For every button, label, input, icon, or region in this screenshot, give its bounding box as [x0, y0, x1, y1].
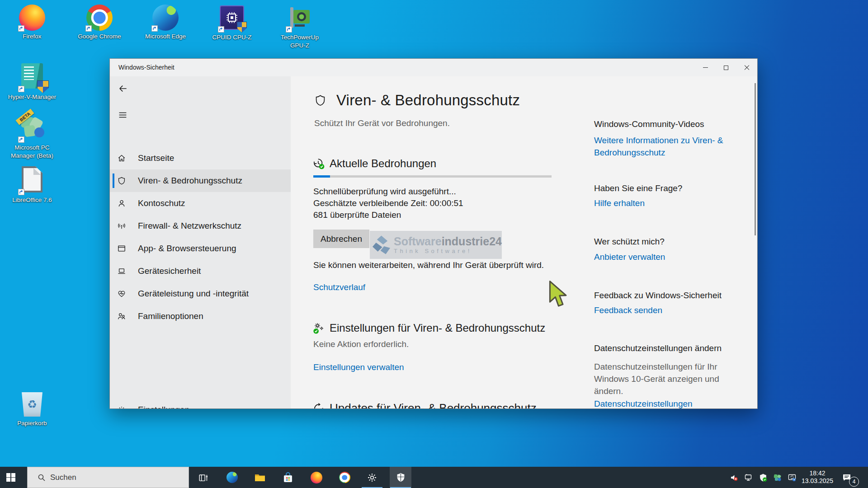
task-view-button[interactable]: [193, 467, 214, 488]
taskbar-file-explorer[interactable]: [249, 467, 271, 488]
aside-heading-privacy: Datenschutzeinstellungen ändern: [594, 343, 722, 353]
einstellungen-verwalten-link[interactable]: Einstellungen verwalten: [313, 362, 404, 372]
clock-date: 13.03.2025: [799, 477, 836, 485]
desktop-icon-cpuz[interactable]: CPUID CPU-Z: [205, 5, 259, 42]
chrome-icon: [339, 472, 350, 483]
files-scanned: 681 überprüfte Dateien: [313, 209, 463, 221]
sidebar-item-kontoschutz[interactable]: Kontoschutz: [110, 192, 291, 215]
back-button[interactable]: [118, 81, 134, 96]
scan-note: Sie können weiterarbeiten, während Ihr G…: [313, 260, 544, 270]
privacy-body: Datenschutzeinstellungen für Ihr Windows…: [594, 361, 730, 397]
taskbar-firefox[interactable]: [306, 467, 327, 488]
scan-history-icon: [312, 157, 325, 170]
sidebar-item-familienoptionen[interactable]: Familienoptionen: [110, 305, 291, 328]
shortcut-arrow-icon: [18, 25, 24, 32]
start-button[interactable]: [0, 467, 22, 488]
pc-manager-tray-icon[interactable]: [770, 467, 785, 488]
titlebar[interactable]: Windows-Sicherheit: [110, 59, 757, 76]
desktop-icon-gpuz[interactable]: TechPowerUp GPU-Z: [273, 5, 327, 50]
libreoffice-icon: [19, 166, 45, 194]
minimize-icon: [703, 67, 708, 68]
store-icon: [283, 472, 293, 483]
scan-status-line: Schnellüberprüfung wird ausgeführt...: [313, 186, 463, 197]
taskbar-chrome[interactable]: [334, 467, 355, 488]
minimize-button[interactable]: [695, 59, 716, 76]
laptop-icon: [117, 267, 126, 276]
taskbar-settings[interactable]: [361, 467, 383, 488]
signal-icon: [117, 221, 126, 230]
chrome-icon: [86, 5, 113, 31]
search-input[interactable]: [50, 473, 163, 482]
clock-time: 18:42: [799, 469, 836, 477]
taskbar-store[interactable]: [277, 467, 299, 488]
watermark-logo-icon: [373, 235, 391, 255]
taskbar-clock[interactable]: 18:42 13.03.2025: [799, 469, 836, 485]
firefox-icon: [19, 5, 45, 31]
page-subtitle: Schützt Ihr Gerät vor Bedrohungen.: [314, 118, 450, 128]
anbieter-verwalten-link[interactable]: Anbieter verwalten: [594, 252, 665, 262]
edge-icon: [226, 472, 238, 483]
cancel-scan-button[interactable]: Abbrechen: [313, 230, 369, 248]
watermark: Softwareindustrie24 Think Software!: [370, 231, 502, 259]
search-icon: [38, 474, 46, 482]
hilfe-erhalten-link[interactable]: Hilfe erhalten: [594, 198, 645, 208]
page-header: Viren- & Bedrohungsschutz: [314, 92, 520, 109]
shield-icon: [117, 176, 126, 185]
feedback-senden-link[interactable]: Feedback senden: [594, 305, 662, 315]
sidebar-item-startseite[interactable]: Startseite: [110, 147, 291, 169]
section-title: Updates für Viren- & Bedrohungsschutz: [330, 401, 537, 409]
desktop-icon-edge[interactable]: Microsoft Edge: [138, 5, 193, 41]
desktop-icon-recycle-bin[interactable]: ♻ Papierkorb: [5, 392, 59, 427]
progress-fill: [313, 175, 330, 178]
desktop-icon-firefox[interactable]: Firefox: [5, 5, 59, 41]
watermark-brand-dark: industrie24: [442, 235, 502, 248]
shortcut-arrow-icon: [85, 25, 92, 32]
weitere-informationen-link[interactable]: Weitere Informationen zu Viren- & Bedroh…: [594, 134, 730, 159]
home-icon: [117, 154, 126, 163]
sidebar-item-geraeteleistung[interactable]: Geräteleistung und -integrität: [110, 282, 291, 305]
sidebar-item-app-browsersteuerung[interactable]: App- & Browsersteuerung: [110, 237, 291, 260]
uac-shield-icon: [37, 80, 49, 93]
sidebar-item-geraetesicherheit[interactable]: Gerätesicherheit: [110, 260, 291, 282]
person-icon: [117, 199, 126, 208]
volume-muted-icon[interactable]: [727, 467, 741, 488]
aside-heading-feedback: Feedback zu Windows-Sicherheit: [594, 291, 722, 300]
maximize-icon: [724, 66, 728, 70]
network-icon[interactable]: [741, 467, 756, 488]
updates-section-header: Updates für Viren- & Bedrohungsschutz: [312, 401, 537, 409]
hamburger-icon: [118, 110, 127, 120]
taskbar-search[interactable]: [27, 467, 189, 488]
desktop-icon-hyperv[interactable]: Hyper-V-Manager: [5, 63, 59, 101]
shortcut-arrow-icon: [286, 26, 292, 33]
close-button[interactable]: [736, 59, 757, 76]
sidebar-item-einstellungen[interactable]: Einstellungen: [110, 399, 291, 409]
datenschutzeinstellungen-link[interactable]: Datenschutzeinstellungen: [594, 399, 693, 409]
time-remaining: Geschätzte verbleibende Zeit: 00:00:51: [313, 197, 463, 209]
menu-button[interactable]: [118, 108, 134, 122]
scan-status: Schnellüberprüfung wird ausgeführt... Ge…: [313, 186, 463, 221]
settings-section-header: Einstellungen für Viren- & Bedrohungssch…: [312, 322, 545, 334]
taskbar-windows-security[interactable]: [390, 467, 411, 488]
taskbar-edge[interactable]: [221, 467, 243, 488]
shortcut-arrow-icon: [18, 86, 24, 92]
desktop-icon-pc-manager[interactable]: BETA Microsoft PC Manager (Beta): [5, 113, 59, 160]
pc-manager-icon: BETA: [19, 113, 45, 142]
sidebar-item-viren-bedrohungsschutz[interactable]: Viren- & Bedrohungsschutz: [110, 169, 291, 192]
shield-icon: [314, 94, 326, 108]
aside-heading-community: Windows-Community-Videos: [594, 119, 704, 129]
defender-tray-icon[interactable]: [756, 467, 770, 488]
scan-progress-bar: [313, 175, 552, 178]
desktop-icon-libreoffice[interactable]: LibreOffice 7.6: [5, 166, 59, 204]
recycle-bin-icon: ♻: [19, 392, 45, 418]
sidebar-item-firewall-netzwerkschutz[interactable]: Firewall- & Netzwerkschutz: [110, 215, 291, 237]
maximize-button[interactable]: [716, 59, 736, 76]
aside-heading-question: Haben Sie eine Frage?: [594, 183, 682, 193]
desktop: Firefox Google Chrome Microsoft Edge CPU…: [0, 0, 868, 488]
gear-icon: [117, 405, 126, 409]
sidebar: Startseite Viren- & Bedrohungsschutz Kon…: [110, 76, 291, 409]
scrollbar[interactable]: [755, 83, 756, 235]
display-connect-icon[interactable]: [785, 467, 799, 488]
schutzverlauf-link[interactable]: Schutzverlauf: [313, 282, 365, 292]
system-tray: [727, 467, 799, 488]
desktop-icon-chrome[interactable]: Google Chrome: [72, 5, 127, 41]
